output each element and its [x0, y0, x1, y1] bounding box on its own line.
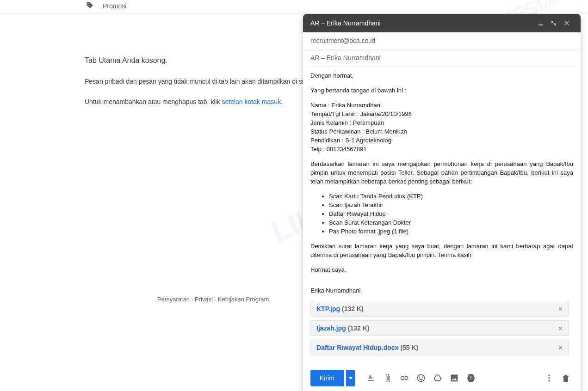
send-more-button[interactable]: [346, 370, 355, 386]
fullscreen-icon[interactable]: [547, 19, 560, 27]
footer-privacy[interactable]: Privasi: [195, 296, 213, 303]
attachment-size: (55 K): [400, 343, 558, 352]
inbox-settings-link[interactable]: setelan kotak masuk: [222, 98, 281, 105]
compose-header[interactable]: AR – Erika Nurramdhani: [303, 14, 581, 32]
discard-draft-icon[interactable]: [558, 371, 573, 385]
minimize-icon[interactable]: [534, 19, 547, 27]
tag-icon: [86, 1, 93, 10]
insert-photo-icon[interactable]: [447, 371, 462, 385]
footer-program[interactable]: Kebijakan Program: [218, 296, 269, 303]
compose-body-scroll[interactable]: Dengan hormat, Yang bertanda tangan di b…: [303, 67, 581, 365]
attachment-name: Daftar Riwayat Hidup.docx: [316, 343, 398, 352]
close-icon[interactable]: [560, 19, 573, 27]
compose-toolbar: Kirim: [303, 365, 581, 391]
svg-point-1: [548, 375, 550, 376]
formatting-icon[interactable]: [364, 371, 378, 385]
compose-window: AR – Erika Nurramdhani recruitment@bca.c…: [303, 14, 581, 391]
subject-field[interactable]: AR – Erika Nurramdhani: [303, 49, 581, 67]
attachment-name: KTP.jpg: [316, 305, 340, 313]
attachment-chip[interactable]: Ijazah.jpg (132 K) ×: [310, 320, 569, 336]
attachments-list-text: Scan Kartu Tanda Penduduk (KTP) Scan Ija…: [310, 192, 573, 236]
attachment-size: (132 K): [342, 305, 558, 313]
attachment-chips: KTP.jpg (132 K) × Ijazah.jpg (132 K) × D…: [310, 301, 573, 355]
svg-point-2: [548, 377, 550, 379]
attachment-name: Ijazah.jpg: [316, 324, 346, 333]
signature-name: Erika Nurramdhani: [310, 286, 573, 295]
drive-icon[interactable]: [430, 371, 445, 385]
compose-body[interactable]: Dengan hormat, Yang bertanda tangan di b…: [310, 67, 578, 355]
attachment-size: (132 K): [348, 324, 558, 333]
to-field[interactable]: recruitment@bca.co.id: [303, 32, 581, 49]
remove-attachment-icon[interactable]: ×: [558, 305, 563, 313]
empty-line1: Pesan pribadi dan pesan yang tidak muncu…: [85, 78, 307, 85]
tab-label: Promosi: [103, 2, 126, 10]
emoji-icon[interactable]: [414, 371, 428, 385]
svg-point-3: [548, 380, 550, 381]
footer-links: Persyaratan · Privasi · Kebijakan Progra…: [157, 296, 269, 303]
footer-terms[interactable]: Persyaratan: [157, 296, 190, 303]
empty-line2: Untuk menambahkan atau menghapus tab, kl…: [85, 98, 307, 105]
attachment-chip[interactable]: Daftar Riwayat Hidup.docx (55 K) ×: [310, 340, 569, 355]
compose-title: AR – Erika Nurramdhani: [310, 19, 534, 27]
top-divider: [0, 13, 588, 13]
empty-inbox-message: Tab Utama Anda kosong. Pesan pribadi dan…: [85, 56, 307, 118]
link-icon[interactable]: [397, 371, 412, 385]
attachment-chip[interactable]: KTP.jpg (132 K) ×: [310, 301, 569, 317]
send-button[interactable]: Kirim: [310, 370, 344, 386]
remove-attachment-icon[interactable]: ×: [558, 324, 563, 333]
confidential-icon[interactable]: [464, 371, 478, 385]
empty-heading: Tab Utama Anda kosong.: [85, 56, 307, 65]
remove-attachment-icon[interactable]: ×: [558, 343, 563, 352]
svg-rect-0: [538, 24, 543, 25]
more-options-icon[interactable]: [542, 371, 557, 385]
tab-promosi[interactable]: Promosi: [86, 1, 126, 10]
attach-icon[interactable]: [380, 371, 395, 385]
